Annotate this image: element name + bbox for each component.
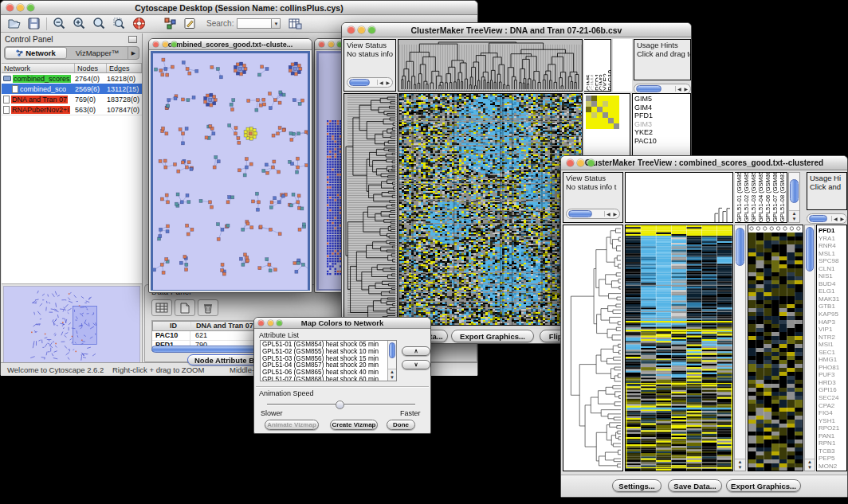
tv2-status-scrollbar[interactable]: ◀ ▶	[566, 209, 620, 219]
tv2-gene-label[interactable]: BUD4	[817, 280, 846, 288]
tv2-gene-label[interactable]: PUF3	[817, 371, 846, 379]
animate-vizmap-button[interactable]: Animate Vizmap	[265, 420, 319, 430]
tv1-heatmap-pane[interactable]	[398, 93, 583, 326]
tv2-gene-label[interactable]: PFD1	[817, 227, 846, 235]
tv1-row-label[interactable]: PAC10	[633, 137, 690, 146]
matrix-cell[interactable]	[597, 118, 603, 123]
matrix-cell[interactable]	[586, 101, 591, 107]
tv2-gene-label[interactable]: CPA2	[817, 402, 846, 410]
network1-canvas[interactable]	[153, 53, 308, 290]
attribute-browser-icon[interactable]	[285, 15, 305, 32]
matrix-cell[interactable]	[597, 96, 603, 101]
tv2-gene-label[interactable]: FIG4	[817, 409, 846, 417]
tv2-gene-label[interactable]: SPC98	[817, 257, 846, 265]
tv2-button-2[interactable]: Export Graphics...	[726, 479, 801, 492]
attribute-item[interactable]: GPL51-07 (GSM868) heat shock 60 min	[261, 377, 396, 381]
tv2-genelist-scrollbar[interactable]: ▲▼	[804, 225, 815, 471]
tv2-gene-label[interactable]: ELG1	[817, 287, 846, 295]
zoom-in-button[interactable]	[69, 15, 89, 32]
search-dropdown-arrow[interactable]: ▼	[272, 18, 281, 29]
network-row[interactable]: RNAPuberNov2+I563(0)107847(0)	[2, 104, 142, 115]
tv2-gene-label[interactable]: TCB3	[817, 447, 846, 455]
matrix-cell[interactable]	[586, 112, 591, 118]
matrix-cell[interactable]	[591, 101, 597, 107]
tv2-gene-label[interactable]: MAK31	[817, 295, 846, 303]
tv2-row-dendrogram-pane[interactable]	[563, 225, 623, 471]
tab-vizmapper[interactable]: VizMapper™	[67, 47, 128, 59]
tv2-gene-label[interactable]: CLN1	[817, 265, 846, 273]
matrix-cell[interactable]	[614, 112, 619, 118]
open-file-button[interactable]	[4, 15, 24, 32]
matrix-cell[interactable]	[614, 123, 619, 129]
matrix-cell[interactable]	[591, 112, 597, 118]
treeview2-titlebar[interactable]: ClusterMaker TreeView : combined_scores_…	[561, 156, 847, 170]
tv2-gene-label[interactable]: RNR4	[817, 242, 846, 250]
search-input[interactable]	[237, 18, 272, 29]
new-attribute-button[interactable]	[175, 299, 195, 316]
matrix-cell[interactable]	[591, 96, 597, 101]
matrix-cell[interactable]	[603, 96, 608, 101]
tv1-row-label[interactable]: YKE2	[633, 128, 690, 137]
done-button[interactable]: Done	[387, 420, 415, 430]
tv1-row-label[interactable]: GIM4	[633, 104, 690, 112]
tv1-status-scrollbar[interactable]: ◀ ▶	[347, 77, 393, 88]
dialog-titlebar[interactable]: Map Colors to Network	[254, 318, 430, 329]
float-panel-icon[interactable]	[128, 36, 137, 43]
matrix-cell[interactable]	[586, 118, 591, 123]
tv2-gene-label[interactable]: RPN1	[817, 440, 846, 447]
tab-overflow-arrow[interactable]: ▶	[128, 47, 139, 59]
treeview1-titlebar[interactable]: ClusterMaker TreeView : DNA and Tran 07-…	[342, 23, 691, 37]
tv2-gene-label[interactable]: PAN1	[817, 432, 846, 440]
matrix-cell[interactable]	[603, 123, 608, 129]
matrix-cell[interactable]	[586, 96, 591, 101]
matrix-cell[interactable]	[591, 123, 597, 129]
matrix-cell[interactable]	[586, 107, 591, 112]
tv2-gene-label[interactable]: NIS1	[817, 272, 846, 280]
attribute-listbox[interactable]: GPL51-01 (GSM854) heat shock 05 minGPL51…	[260, 340, 397, 381]
tv2-column-dendrogram-pane[interactable]	[625, 172, 733, 223]
tv2-gene-label[interactable]: VIP1	[817, 326, 846, 334]
zoom-out-button[interactable]	[49, 15, 69, 32]
tv2-gene-label[interactable]: PEP5	[817, 455, 846, 463]
zoom-selected-button[interactable]	[109, 15, 129, 32]
tv1-column-labels-pane[interactable]: GIM5GIM4PFD1GIM3YKE2PAC10	[584, 39, 611, 92]
move-attribute-up-button[interactable]: ∧	[402, 346, 430, 356]
tv2-gene-label[interactable]: MSL1	[817, 250, 846, 258]
network-overview-panel[interactable]	[3, 286, 140, 365]
animation-speed-slider[interactable]	[267, 404, 415, 406]
matrix-cell[interactable]	[608, 112, 614, 118]
matrix-cell[interactable]	[603, 101, 608, 107]
matrix-cell[interactable]	[608, 96, 614, 101]
tv1-row-dendrogram-pane[interactable]	[344, 93, 398, 326]
tv2-gene-label[interactable]: GTB1	[817, 303, 846, 311]
attribute-list-scrollbar[interactable]: ▲▼	[387, 341, 396, 381]
tv2-gene-label[interactable]: NTR2	[817, 334, 846, 342]
matrix-cell[interactable]	[597, 112, 603, 118]
tv1-row-label[interactable]: GIM3	[633, 120, 690, 129]
tv2-gene-label[interactable]: HMG1	[817, 356, 846, 364]
slider-thumb[interactable]	[336, 400, 344, 409]
tv2-gene-label[interactable]: KAP95	[817, 311, 846, 318]
tv2-gene-label[interactable]: SEC1	[817, 349, 846, 357]
table-mode-button[interactable]	[151, 299, 172, 316]
tv2-gene-label[interactable]: GPI16	[817, 386, 846, 394]
zoom-fit-button[interactable]	[89, 15, 109, 32]
tv2-column-labels-pane[interactable]: GPL51-01 (GSM854)GPL51-02 (GSM855)GPL51-…	[735, 172, 787, 223]
tv1-row-label[interactable]: PFD1	[633, 111, 690, 120]
tv2-gene-label[interactable]: SEC24	[817, 394, 846, 402]
tv2-gene-label[interactable]: HAP3	[817, 318, 846, 326]
matrix-cell[interactable]	[603, 107, 608, 112]
tv2-button-1[interactable]: Save Data...	[668, 479, 722, 492]
tv2-gene-label[interactable]: MSI1	[817, 341, 846, 349]
tv2-gene-label[interactable]: YSH1	[817, 417, 846, 425]
main-titlebar[interactable]: Cytoscape Desktop (Session Name: collins…	[1, 1, 477, 15]
network-row[interactable]: DNA and Tran 07769(0)183728(0)	[2, 94, 142, 104]
tv2-gene-label[interactable]: RPO21	[817, 424, 846, 432]
tv2-heatmap-scrollbar[interactable]: ▲▼	[734, 225, 746, 471]
overview-canvas[interactable]	[4, 287, 139, 365]
matrix-cell[interactable]	[608, 101, 614, 107]
matrix-cell[interactable]	[597, 123, 603, 129]
delete-attribute-button[interactable]	[198, 299, 218, 316]
tv2-zoom-heatmap-pane[interactable]	[748, 225, 803, 471]
matrix-cell[interactable]	[614, 118, 619, 123]
